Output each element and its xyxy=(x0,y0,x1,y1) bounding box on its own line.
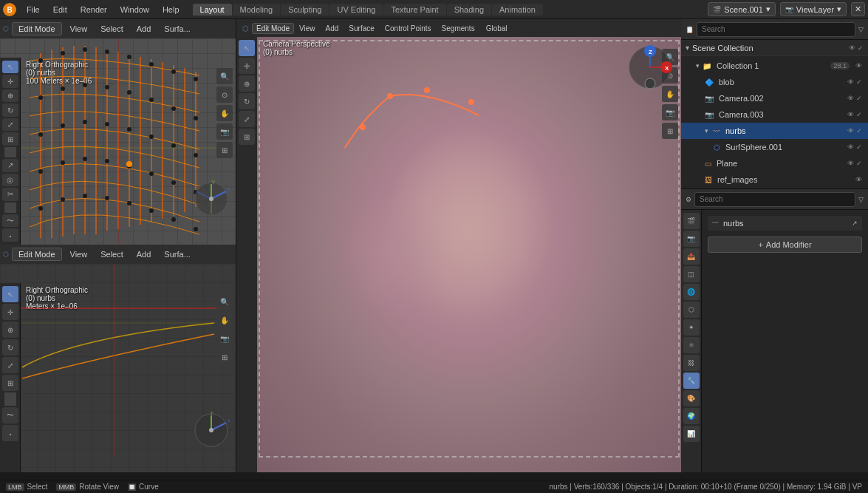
zoom-extend[interactable]: ⊙ xyxy=(216,86,233,103)
add-menu-top[interactable]: Add xyxy=(131,23,157,35)
select-menu-top[interactable]: Select xyxy=(95,23,129,35)
outliner-camera003[interactable]: 📷 Camera.003 👁 ✓ xyxy=(681,106,868,123)
props-physics-icon[interactable]: ⚛ xyxy=(683,337,700,353)
panel-top-canvas[interactable]: Right Orthographic (0) nurbs 100 Meters … xyxy=(0,38,236,245)
axis-widget-bottom: X Y xyxy=(193,412,230,450)
outliner-collection1[interactable]: ▾ 📁 Collection 1 28.1 👁 xyxy=(681,58,868,74)
surface-menu-top[interactable]: Surfa... xyxy=(159,23,195,35)
panel-bottom-canvas[interactable]: Right Orthographic (0) nurbs Meters × 1e… xyxy=(0,264,236,472)
tab-layout[interactable]: Layout xyxy=(193,4,232,16)
props-data-icon[interactable]: 📊 xyxy=(683,426,700,442)
center-viewport[interactable]: ⬡ Edit Mode View Add Surface Control Poi… xyxy=(236,19,681,472)
scene-selector[interactable]: 🎬 Scene.001 ▾ xyxy=(708,2,776,16)
menu-window[interactable]: Window xyxy=(115,4,155,16)
menu-render[interactable]: Render xyxy=(75,4,113,16)
menu-file[interactable]: File xyxy=(21,4,46,16)
grid-bottom[interactable]: ⊞ xyxy=(216,349,233,365)
shrink-tool[interactable]: ⬩ xyxy=(2,228,18,241)
select-menu-bottom[interactable]: Select xyxy=(95,248,129,260)
move-tool-bottom[interactable]: ⊕ xyxy=(2,322,18,338)
center-add-menu[interactable]: Add xyxy=(321,23,344,34)
tab-shading[interactable]: Shading xyxy=(447,4,491,16)
cursor-tool-top[interactable]: ✛ xyxy=(2,75,18,87)
transform-tool-top[interactable]: ⊞ xyxy=(2,132,18,145)
props-object-icon[interactable]: ⬡ xyxy=(683,302,700,318)
tab-modeling[interactable]: Modeling xyxy=(233,4,281,16)
outliner-blob[interactable]: 🔷 blob 👁 ✓ xyxy=(681,74,868,90)
center-surface-menu[interactable]: Surface xyxy=(344,23,379,34)
props-constraints-icon[interactable]: ⛓ xyxy=(683,355,700,371)
view-menu-bottom[interactable]: View xyxy=(65,248,93,260)
outliner-plane[interactable]: ▭ Plane 👁 ✓ xyxy=(681,155,868,171)
outliner-nurbs[interactable]: ▾ 〰 nurbs 👁 ✓ xyxy=(681,123,868,139)
rotate-tool-center[interactable]: ↻ xyxy=(239,93,255,109)
scale-tool-top[interactable]: ⤢ xyxy=(2,118,18,131)
smooth-tool[interactable]: 〜 xyxy=(2,214,18,227)
props-material-icon[interactable]: 🎨 xyxy=(683,390,700,407)
tab-uv-editing[interactable]: UV Editing xyxy=(329,4,383,16)
properties-search[interactable] xyxy=(694,192,855,207)
cursor-tool-center[interactable]: ✛ xyxy=(239,58,255,74)
transform-center[interactable]: ⊞ xyxy=(239,129,255,145)
close-btn[interactable]: ✕ xyxy=(851,2,865,16)
center-control-points[interactable]: Control Points xyxy=(380,23,437,34)
rotate-tool-bottom[interactable]: ↻ xyxy=(2,339,18,356)
extrude-tool[interactable]: ↗ xyxy=(2,159,18,171)
shrink-bottom[interactable]: ⬩ xyxy=(2,425,18,441)
rotate-tool-top[interactable]: ↻ xyxy=(2,103,18,116)
blender-logo[interactable]: B xyxy=(3,3,16,16)
tab-sculpting[interactable]: Sculpting xyxy=(281,4,329,16)
outliner-camera002[interactable]: 📷 Camera.002 👁 ✓ xyxy=(681,90,868,106)
props-scene-icon[interactable]: 🎬 xyxy=(683,213,700,229)
inset-tool[interactable]: ◎ xyxy=(2,174,18,186)
props-particles-icon[interactable]: ✦ xyxy=(683,319,700,336)
view-menu-top[interactable]: View xyxy=(65,23,93,35)
props-world-icon[interactable]: 🌍 xyxy=(683,408,700,424)
cursor-tool-bottom[interactable]: ✛ xyxy=(2,304,18,320)
knife-tool[interactable]: ✂ xyxy=(2,188,18,200)
scale-tool-center[interactable]: ⤢ xyxy=(239,111,255,127)
outliner-search[interactable] xyxy=(697,22,855,37)
select-tool-bottom[interactable]: ↖ xyxy=(2,286,18,302)
edit-mode-select-top[interactable]: Edit Mode xyxy=(12,22,62,35)
zoom-in-top[interactable]: 🔍 xyxy=(216,68,233,84)
pan-tool-top[interactable]: ✋ xyxy=(216,105,233,121)
surface-menu-bottom[interactable]: Surfa... xyxy=(159,248,195,260)
move-tool-top[interactable]: ⊕ xyxy=(2,89,18,102)
props-filter-icon[interactable]: ▽ xyxy=(858,196,864,203)
grid-center[interactable]: ⊞ xyxy=(662,123,678,139)
props-modifier-icon[interactable]: 🔧 xyxy=(683,373,700,389)
props-scene-obj-icon[interactable]: 🌐 xyxy=(683,284,700,300)
props-render-icon[interactable]: 📷 xyxy=(683,231,700,247)
tab-animation[interactable]: Animation xyxy=(492,4,543,16)
viewlayer-selector[interactable]: 📷 ViewLayer ▾ xyxy=(780,2,847,16)
select-tool-top[interactable]: ↖ xyxy=(2,61,18,73)
grid-toggle-top[interactable]: ⊞ xyxy=(216,142,233,158)
center-segments[interactable]: Segments xyxy=(437,23,480,34)
add-menu-bottom[interactable]: Add xyxy=(131,248,157,260)
props-output-icon[interactable]: 📤 xyxy=(683,248,700,265)
move-tool-center[interactable]: ⊕ xyxy=(239,75,255,92)
camera-center[interactable]: 📷 xyxy=(662,104,678,120)
pan-bottom[interactable]: ✋ xyxy=(216,312,233,328)
zoom-in-bottom[interactable]: 🔍 xyxy=(216,293,233,310)
scale-tool-bottom[interactable]: ⤢ xyxy=(2,357,18,373)
obj-name-expand-icon[interactable]: ↗ xyxy=(852,220,858,227)
center-view-menu[interactable]: View xyxy=(294,23,321,34)
outliner-ref-images[interactable]: 🖼 ref_images 👁 xyxy=(681,171,868,188)
menu-edit[interactable]: Edit xyxy=(47,4,73,16)
menu-help[interactable]: Help xyxy=(157,4,185,16)
props-viewlayer-icon[interactable]: ◫ xyxy=(683,266,700,282)
outliner-tree[interactable]: ▾ 📁 Collection 1 28.1 👁 🔷 blob 👁 ✓ 📷 Cam… xyxy=(681,56,868,188)
smooth-bottom[interactable]: 〜 xyxy=(2,407,18,424)
edit-mode-select-bottom[interactable]: Edit Mode xyxy=(12,248,62,261)
select-tool-center[interactable]: ↖ xyxy=(239,40,255,56)
outliner-surfsphere[interactable]: ⬡ SurfSphere.001 👁 ✓ xyxy=(681,139,868,155)
add-modifier-button[interactable]: + Add Modifier xyxy=(708,237,862,253)
center-mode-select[interactable]: Edit Mode xyxy=(252,23,294,34)
transform-tool-bottom[interactable]: ⊞ xyxy=(2,375,18,391)
camera-bottom[interactable]: 📷 xyxy=(216,330,233,347)
filter-icon[interactable]: ▽ xyxy=(858,26,864,33)
tab-texture-paint[interactable]: Texture Paint xyxy=(383,4,445,16)
camera-view[interactable]: 📷 xyxy=(216,123,233,140)
